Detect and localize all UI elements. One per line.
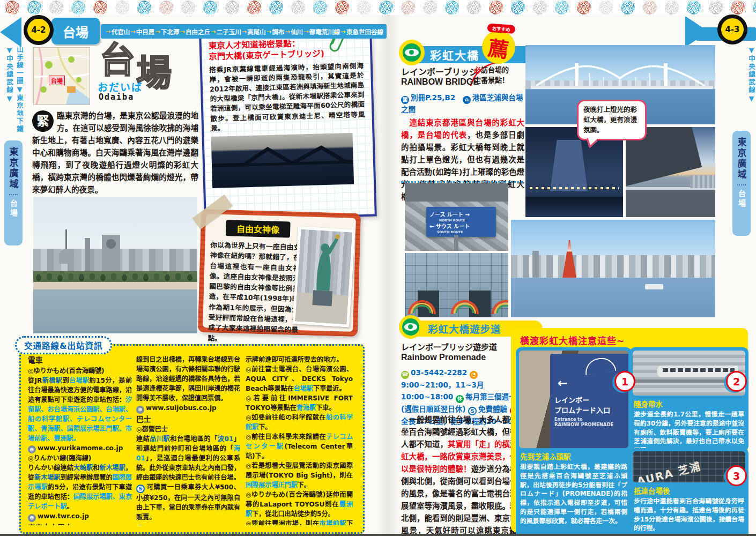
promenade-name-en: Rainbow Promenade	[401, 353, 486, 362]
nav-area-label: 仙川	[291, 27, 303, 36]
starburst-ornament	[159, 1, 173, 14]
liberty-box-inner: 自由女神像 你以為世界上只有一座自由女神像在紐約嗎？那就錯了，在台場這裡也有一座…	[203, 214, 356, 332]
starburst-ornament	[687, 1, 701, 14]
intro-dropcap: 緊	[32, 110, 54, 132]
promenade-entrance-photo: ← レインボー プロムナード入口 Entrance to RAINBOW PRO…	[519, 351, 628, 448]
sidebar-region-label: 東京廣域	[735, 137, 748, 180]
starburst-ornament	[555, 1, 569, 14]
starburst-ornament	[115, 1, 129, 14]
page-bottom-edge	[0, 534, 756, 536]
nav-arrow-icon: →	[211, 28, 216, 35]
nav-arrow-icon: →	[242, 28, 247, 35]
page-title-char-1: 台	[100, 43, 135, 78]
tree-line	[33, 271, 197, 283]
globe-icon: ⊕	[136, 525, 144, 525]
rail-line-index-left: 山手線一圈▼東京地下鐵▼中央總武線▼	[4, 46, 25, 140]
rest-icon: 休	[456, 395, 464, 403]
sign-line-4: RAINBOW PROMENADE	[554, 422, 626, 427]
starburst-ornament	[753, 1, 756, 14]
far-skyline	[690, 175, 715, 188]
sidebar-divider	[737, 184, 746, 185]
fee-icon: S	[136, 485, 145, 493]
roadway	[626, 190, 715, 217]
starburst-ornament	[313, 1, 327, 14]
starburst-ornament	[577, 1, 591, 14]
decorative-top-border	[0, 0, 756, 15]
starburst-ornament	[49, 1, 63, 14]
nav-arrow-icon: →	[340, 28, 346, 35]
transport-col-2: 線到日之出棧橋，再轉乘台場線到台場海濱公園，有六條相關串聯的行駛路線，沿途經過的…	[136, 355, 240, 525]
starburst-ornament	[203, 1, 217, 14]
step-badge-3: 3	[726, 465, 747, 486]
rail-line-index-right: 山手線一圈▼東京地下鐵▼中央總武線▼	[746, 46, 756, 140]
bridge-lights	[530, 187, 619, 189]
gate-bridge-silhouette	[211, 132, 354, 188]
starburst-ornament	[379, 1, 393, 14]
starburst-ornament	[643, 1, 657, 14]
page-turn-left-arrow	[0, 17, 21, 47]
nav-area-label: 代官山	[112, 27, 130, 36]
stamp-character: 薦	[486, 31, 510, 63]
sidebar-section-left: 東京廣域 台場	[4, 140, 23, 245]
spot-eye-icon	[399, 315, 423, 339]
gate-bridge-photo	[211, 132, 354, 188]
route-sign-line-2-en: SOUTH ROUTE	[437, 230, 493, 234]
loc-icon: ⌂	[463, 96, 471, 104]
secret-box-body: 搭乘JR京葉線電車經過海濱時，抬頭望向南側海岸，會被一瞬即逝的兩隻恐龍吸引，其實…	[209, 61, 365, 133]
nav-arrow-icon: →	[130, 28, 136, 35]
nav-area-label: 高尾山	[247, 27, 266, 36]
guideway	[633, 379, 739, 383]
sidebar-divider	[9, 194, 18, 195]
area-nav-bar: →代官山→中目黑→下北澤→自由之丘→二子玉川→高尾山→調布→仙川→都電荒川線→東…	[101, 24, 387, 39]
spot-name-kana: レインボーブリッジ	[401, 65, 478, 78]
starburst-ornament	[423, 1, 437, 14]
nav-arrow-icon: →	[303, 28, 309, 35]
transport-col-3: 示牌前進即可抵達所要去的地方。 ◎前往富士電視台、台場海濱公園、AQUA CIT…	[246, 355, 353, 525]
tower-block	[85, 238, 90, 273]
liberty-statue-photo	[292, 226, 355, 327]
sidebar-area-label: 台場	[8, 199, 19, 219]
notice-card-3-body: 步行途中還能看到百合海鷗號從身旁呼嘯而過，十分有趣。抵達台場後約再徒步15分能達…	[634, 497, 744, 533]
page-title-romaji: Odaiba	[99, 92, 134, 102]
starburst-ornament	[247, 1, 261, 14]
sign-line-1: レインボー	[554, 394, 626, 405]
step-badge-2: 2	[726, 371, 747, 392]
liberty-box-body: 你以為世界上只有一座自由女神像在紐約嗎？那就錯了，在台場這裡也有一座自由女神像。…	[207, 240, 300, 346]
starburst-ornament	[5, 1, 19, 14]
train-windows	[663, 368, 735, 372]
starburst-ornament	[225, 1, 239, 14]
starburst-ornament	[357, 1, 371, 14]
notice-card-2: 隨身帶水 遊步道全長約1.7公里，慢慢走一趟單程約30分鐘，另外要注意的是途中並…	[629, 347, 748, 451]
antenna	[65, 229, 67, 251]
nav-area-label: 東急世田谷線	[346, 27, 383, 36]
intro-paragraph: 緊臨東京灣的台場，是東京公認最浪漫的地方。在這可以感受到海風徐徐吹拂的海埔新生地…	[32, 109, 198, 196]
fuji-tv-sphere	[106, 239, 116, 249]
notice-card-2-body: 遊步道全長約1.7公里，慢慢走一趟單程約30分鐘，另外要注意的是途中並沒有廁所、…	[634, 410, 744, 451]
map-icon: 図	[401, 96, 409, 104]
starburst-ornament	[511, 1, 525, 14]
notice-card-3-title: 抵達台場後	[634, 485, 744, 496]
spot-name-en: RAINBOW BRIDGE	[401, 77, 479, 87]
monorail-train	[657, 366, 738, 377]
starburst-ornament	[731, 1, 745, 14]
sign-pole	[454, 235, 458, 251]
photo-speech-bubble: 夜晚打上燈光的彩虹大橋，更有浪漫氛圍。	[577, 100, 647, 140]
skyline-buildings	[511, 255, 715, 278]
liberty-statue-silhouette	[295, 229, 353, 324]
globe-icon: ⊕	[136, 406, 144, 414]
page-number-right: 4-3	[717, 14, 747, 44]
beach-strip	[33, 282, 197, 289]
nav-arrow-icon: →	[266, 28, 272, 35]
starburst-ornament	[291, 1, 305, 14]
liberty-box-title: 自由女神像	[226, 220, 291, 237]
tokyo-bay-skyline-photo	[511, 220, 715, 317]
north-south-route-sign: ノース ルート → NORTH ROUTE ← サウス ルート SOUTH RO…	[426, 207, 496, 237]
bridge-roadway-dusk-photo	[626, 127, 715, 217]
nav-arrow-icon: →	[285, 28, 290, 35]
girder-top	[405, 183, 508, 202]
starburst-ornament	[137, 1, 151, 14]
rainbow-bridge-night-photo	[525, 127, 623, 217]
route-sign-line-1: ノース ルート →	[429, 210, 493, 218]
tab-odaiba: 台場	[51, 18, 100, 44]
liberty-statue-box: 自由女神像 你以為世界上只有一座自由女神像在紐約嗎？那就錯了，在台場這裡也有一座…	[198, 209, 361, 337]
